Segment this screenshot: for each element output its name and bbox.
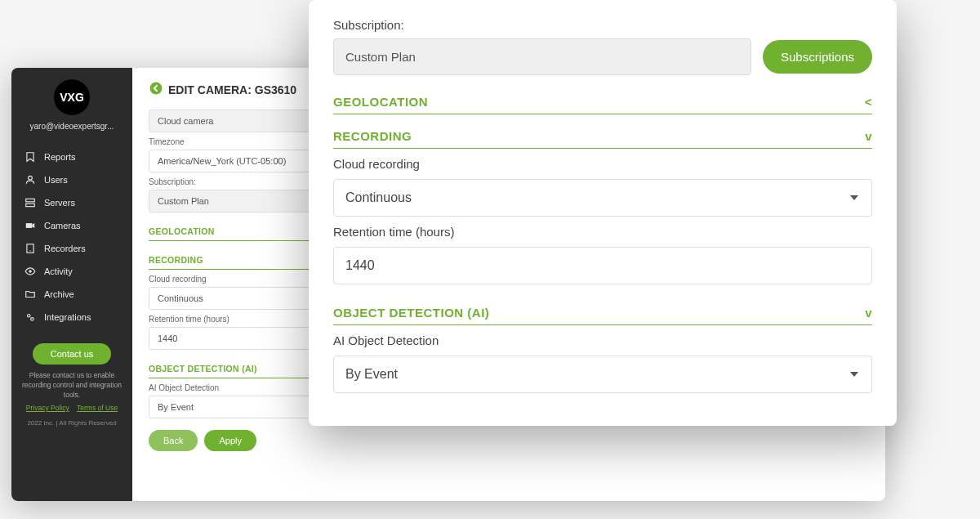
nav-archive[interactable]: Archive bbox=[11, 283, 132, 306]
contact-us-button[interactable]: Contact us bbox=[33, 343, 112, 365]
svg-point-7 bbox=[28, 315, 31, 318]
svg-point-9 bbox=[150, 83, 163, 95]
modal-subscription-row: Custom Plan Subscriptions bbox=[333, 38, 872, 75]
button-row: Back Apply bbox=[149, 430, 869, 451]
nav-recorders[interactable]: Recorders bbox=[11, 237, 132, 260]
apply-button[interactable]: Apply bbox=[204, 430, 256, 451]
nav-label: Recorders bbox=[44, 244, 86, 253]
nav-reports[interactable]: Reports bbox=[11, 145, 132, 168]
sidebar-footer: Please contact us to enable recording co… bbox=[11, 365, 132, 434]
nav-label: Archive bbox=[44, 289, 74, 299]
back-icon[interactable] bbox=[149, 81, 163, 98]
camera-icon bbox=[24, 220, 36, 231]
chevron-down-icon: v bbox=[865, 306, 872, 320]
svg-rect-4 bbox=[27, 244, 33, 253]
sidebar: VXG yaro@videoexpertsgr... Reports Users… bbox=[11, 68, 132, 501]
modal-section-recording[interactable]: RECORDING v bbox=[333, 123, 872, 149]
nav-label: Integrations bbox=[44, 312, 91, 322]
gears-icon bbox=[24, 311, 36, 323]
modal-retention-label: Retention time (hours) bbox=[333, 225, 872, 239]
modal-ai-object-detection-select[interactable]: By Event bbox=[333, 356, 872, 393]
back-button[interactable]: Back bbox=[149, 430, 198, 451]
svg-point-8 bbox=[31, 318, 34, 321]
svg-point-6 bbox=[29, 270, 32, 273]
chevron-down-icon: v bbox=[865, 129, 872, 143]
nav: Reports Users Servers Cameras Recorders … bbox=[11, 145, 132, 329]
section-title: OBJECT DETECTION (AI) bbox=[333, 306, 489, 320]
svg-rect-1 bbox=[26, 199, 35, 202]
nav-label: Users bbox=[44, 175, 68, 185]
nav-activity[interactable]: Activity bbox=[11, 260, 132, 283]
nav-users[interactable]: Users bbox=[11, 168, 132, 191]
eye-icon bbox=[24, 266, 36, 277]
nav-cameras[interactable]: Cameras bbox=[11, 214, 132, 237]
svg-rect-2 bbox=[26, 204, 35, 207]
svg-point-5 bbox=[29, 250, 30, 251]
privacy-link[interactable]: Privacy Policy bbox=[26, 404, 69, 412]
bookmark-icon bbox=[24, 151, 36, 163]
folder-icon bbox=[24, 289, 36, 300]
section-title: GEOLOCATION bbox=[333, 95, 428, 109]
svg-point-0 bbox=[29, 176, 33, 180]
nav-integrations[interactable]: Integrations bbox=[11, 306, 132, 329]
subscriptions-button[interactable]: Subscriptions bbox=[763, 40, 872, 74]
modal-cloud-recording-label: Cloud recording bbox=[333, 157, 872, 171]
modal-retention-input[interactable] bbox=[333, 247, 872, 284]
logo: VXG bbox=[54, 79, 90, 115]
chevron-left-icon: < bbox=[865, 95, 872, 109]
nav-label: Cameras bbox=[44, 221, 81, 230]
server-icon bbox=[24, 197, 36, 208]
copyright: 2022 Inc. | All Rights Reserved bbox=[20, 418, 124, 427]
nav-label: Reports bbox=[44, 152, 76, 162]
section-title: RECORDING bbox=[333, 129, 412, 143]
modal-subscription-input[interactable]: Custom Plan bbox=[333, 38, 751, 75]
terms-link[interactable]: Terms of Use bbox=[77, 404, 118, 412]
footer-text: Please contact us to enable recording co… bbox=[20, 371, 124, 400]
modal-ai-object-detection-label: AI Object Detection bbox=[333, 333, 872, 347]
modal-section-object-detection[interactable]: OBJECT DETECTION (AI) v bbox=[333, 299, 872, 325]
user-icon bbox=[24, 174, 36, 186]
detail-modal: Subscription: Custom Plan Subscriptions … bbox=[309, 0, 897, 426]
user-email: yaro@videoexpertsgr... bbox=[11, 122, 132, 131]
modal-subscription-label: Subscription: bbox=[333, 18, 872, 32]
nav-servers[interactable]: Servers bbox=[11, 191, 132, 214]
page-title-text: EDIT CAMERA: GS3610 bbox=[168, 83, 296, 96]
nav-label: Activity bbox=[44, 266, 73, 276]
modal-cloud-recording-select[interactable]: Continuous bbox=[333, 179, 872, 217]
svg-rect-3 bbox=[26, 223, 33, 228]
nav-label: Servers bbox=[44, 198, 75, 208]
recorder-icon bbox=[24, 243, 36, 254]
modal-section-geolocation[interactable]: GEOLOCATION < bbox=[333, 88, 872, 114]
